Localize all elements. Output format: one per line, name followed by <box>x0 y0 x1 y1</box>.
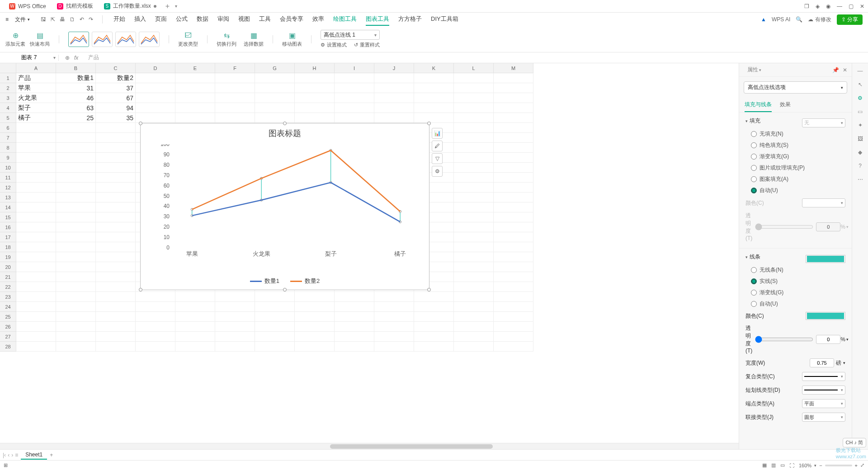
cell-A24[interactable] <box>16 302 56 312</box>
cell-A28[interactable] <box>16 342 56 352</box>
cell-C15[interactable] <box>96 212 136 222</box>
help-icon[interactable]: ? <box>859 163 862 169</box>
col-header-M[interactable]: M <box>494 63 533 73</box>
cell-I3[interactable] <box>335 93 374 103</box>
reset-style-button[interactable]: ↺重置样式 <box>354 42 380 48</box>
cell-L26[interactable] <box>454 322 494 332</box>
cell-E2[interactable] <box>175 83 215 93</box>
cell-M17[interactable] <box>494 232 533 242</box>
cell-M25[interactable] <box>494 312 533 322</box>
cell-E25[interactable] <box>175 312 215 322</box>
cell-M6[interactable] <box>494 123 533 133</box>
fill-option-2[interactable]: 渐变填充(G) <box>745 151 845 162</box>
row-header-18[interactable]: 18 <box>0 242 16 252</box>
cell-D2[interactable] <box>136 83 175 93</box>
cell-J4[interactable] <box>374 103 414 113</box>
sheet-list-icon[interactable]: ≡ <box>15 452 18 458</box>
set-format-button[interactable]: ⚙设置格式 <box>321 42 347 48</box>
cell-E28[interactable] <box>175 342 215 352</box>
row-header-5[interactable]: 5 <box>0 113 16 123</box>
row-header-2[interactable]: 2 <box>0 83 16 93</box>
cell-F3[interactable] <box>215 93 255 103</box>
cell-B27[interactable] <box>56 332 96 342</box>
name-box-input[interactable] <box>11 55 47 61</box>
cell-J5[interactable] <box>374 113 414 123</box>
view-layout-icon[interactable]: ▭ <box>780 462 785 468</box>
cell-B20[interactable] <box>56 262 96 272</box>
cell-C16[interactable] <box>96 222 136 232</box>
cell-B16[interactable] <box>56 222 96 232</box>
fill-option-1[interactable]: 纯色填充(S) <box>745 140 845 151</box>
cell-M15[interactable] <box>494 212 533 222</box>
menu-tab-0[interactable]: 开始 <box>113 13 125 26</box>
cell-K27[interactable] <box>414 332 454 342</box>
cell-M13[interactable] <box>494 193 533 202</box>
menu-tab-8[interactable]: 会员专享 <box>280 13 303 26</box>
menu-tab-2[interactable]: 页面 <box>155 13 167 26</box>
row-header-14[interactable]: 14 <box>0 202 16 212</box>
cell-D4[interactable] <box>136 103 175 113</box>
cell-G23[interactable] <box>255 292 295 302</box>
cell-C14[interactable] <box>96 202 136 212</box>
maximize-button[interactable]: ▢ <box>849 3 854 9</box>
cell-L22[interactable] <box>454 282 494 292</box>
resize-handle[interactable] <box>427 288 431 291</box>
cell-I4[interactable] <box>335 103 374 113</box>
zoom-out-button[interactable]: − <box>819 463 822 468</box>
cell-M1[interactable] <box>494 73 533 83</box>
export-icon[interactable]: ⇱ <box>51 16 55 23</box>
add-element-button[interactable]: ⊕添加元素 <box>5 31 25 47</box>
col-header-C[interactable]: C <box>96 63 136 73</box>
cell-A1[interactable]: 产品 <box>16 73 56 83</box>
cell-C25[interactable] <box>96 312 136 322</box>
cell-C22[interactable] <box>96 282 136 292</box>
cell-A22[interactable] <box>16 282 56 292</box>
cell-C9[interactable] <box>96 153 136 163</box>
cell-M11[interactable] <box>494 173 533 183</box>
quick-layout-button[interactable]: ▤快速布局 <box>30 31 50 47</box>
formula-input[interactable] <box>85 55 868 61</box>
cell-F4[interactable] <box>215 103 255 113</box>
chart-legend[interactable]: 数量1数量2 <box>141 277 429 285</box>
cell-L10[interactable] <box>454 163 494 173</box>
cell-H25[interactable] <box>295 312 335 322</box>
switch-rowcol-button[interactable]: ⇆切换行列 <box>217 31 236 47</box>
cell-B13[interactable] <box>56 193 96 202</box>
cell-M23[interactable] <box>494 292 533 302</box>
cell-D26[interactable] <box>136 322 175 332</box>
cell-M5[interactable] <box>494 113 533 123</box>
cell-K4[interactable] <box>414 103 454 113</box>
cell-B28[interactable] <box>56 342 96 352</box>
dash-type-select[interactable] <box>802 385 845 395</box>
cell-H2[interactable] <box>295 83 335 93</box>
cell-B23[interactable] <box>56 292 96 302</box>
style-thumb-1[interactable] <box>68 32 89 47</box>
cell-M9[interactable] <box>494 153 533 163</box>
resize-handle[interactable] <box>283 122 287 125</box>
cell-E27[interactable] <box>175 332 215 342</box>
cell-L5[interactable] <box>454 113 494 123</box>
cell-C18[interactable] <box>96 242 136 252</box>
cell-I2[interactable] <box>335 83 374 93</box>
cell-M7[interactable] <box>494 133 533 143</box>
cell-G3[interactable] <box>255 93 295 103</box>
cell-M16[interactable] <box>494 222 533 232</box>
minimize-button[interactable]: — <box>837 3 842 9</box>
cell-H28[interactable] <box>295 342 335 352</box>
cell-B22[interactable] <box>56 282 96 292</box>
menu-tab-4[interactable]: 数据 <box>197 13 208 26</box>
cell-I23[interactable] <box>335 292 374 302</box>
cell-B3[interactable]: 46 <box>56 93 96 103</box>
cell-H27[interactable] <box>295 332 335 342</box>
menu-tab-12[interactable]: 方方格子 <box>398 13 422 26</box>
hamburger-icon[interactable]: ≡ <box>5 16 9 23</box>
cell-D1[interactable] <box>136 73 175 83</box>
window-multi-icon[interactable]: ❐ <box>804 3 809 9</box>
fill-header[interactable]: 填充 <box>745 117 760 125</box>
cell-A23[interactable] <box>16 292 56 302</box>
cell-B24[interactable] <box>56 302 96 312</box>
row-header-11[interactable]: 11 <box>0 173 16 183</box>
name-box[interactable] <box>0 55 59 61</box>
row-header-22[interactable]: 22 <box>0 282 16 292</box>
col-header-B[interactable]: B <box>56 63 96 73</box>
